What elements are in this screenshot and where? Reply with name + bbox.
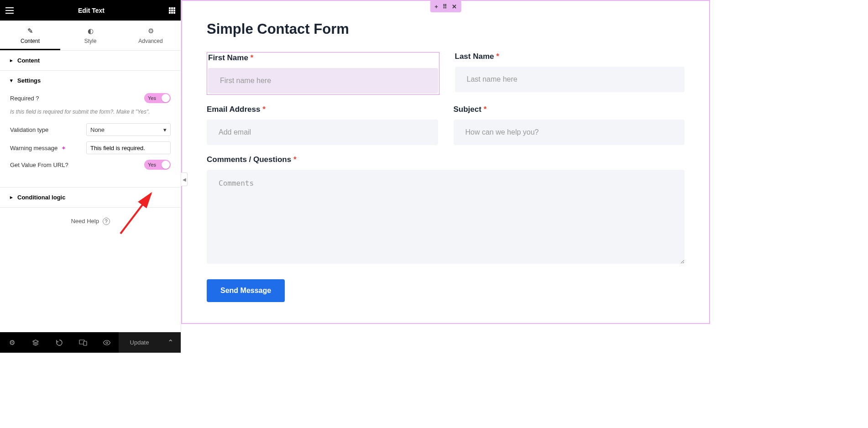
settings-icon[interactable]: ⚙ [0,332,24,353]
first-name-input[interactable] [208,68,438,94]
section-header-content[interactable]: ▸ Content [0,51,181,70]
chevron-up-icon[interactable]: ⌃ [160,332,181,353]
caret-right-icon: ▸ [10,194,13,200]
subject-label: Subject * [454,105,685,114]
sidebar-footer: ⚙ Update ⌃ [0,332,181,353]
setting-warning: Warning message ✦ [10,141,171,154]
tab-content[interactable]: ✎ Content [0,21,60,50]
tab-advanced[interactable]: ⚙ Advanced [120,21,181,50]
close-icon[interactable]: ✕ [452,3,457,10]
need-help-link[interactable]: Need Help ? [0,208,181,235]
section-content: ▸ Content [0,51,181,71]
comments-textarea[interactable] [207,170,685,264]
apps-grid-icon[interactable] [169,7,175,14]
last-name-input[interactable] [455,67,685,92]
sidebar-title: Edit Text [14,7,169,14]
section-settings: ▾ Settings Required ? Yes Is this field … [0,71,181,188]
section-header-conditional[interactable]: ▸ Conditional logic [0,188,181,207]
section-conditional: ▸ Conditional logic [0,188,181,208]
field-last-name[interactable]: Last Name * [455,52,685,95]
setting-required: Required ? Yes [10,93,171,103]
section-content-settings: Required ? Yes Is this field is required… [0,90,181,187]
add-icon[interactable]: + [434,3,438,10]
svg-point-2 [106,342,108,344]
url-toggle[interactable]: Yes [144,160,171,170]
form-row: Email Address * Subject * [207,105,685,145]
required-label: Required ? [10,95,144,102]
tab-label: Style [84,38,97,44]
setting-url-value: Get Value From URL? Yes [10,160,171,170]
editor-sidebar: Edit Text ✎ Content ◐ Style ⚙ Advanced ▸… [0,0,181,353]
setting-validation: Validation type None ▾ [10,123,171,136]
field-first-name[interactable]: First Name * [207,52,439,95]
history-icon[interactable] [47,332,71,353]
section-header-settings[interactable]: ▾ Settings [0,71,181,90]
validation-label: Validation type [10,126,86,133]
tab-label: Advanced [138,38,162,44]
form-row: First Name * Last Name * [207,52,685,95]
panel-body: ▸ Content ▾ Settings Required ? Yes [0,51,181,332]
tab-label: Content [21,38,40,44]
sparkle-icon: ✦ [61,145,66,151]
sidebar-header: Edit Text [0,0,181,21]
caret-right-icon: ▸ [10,57,13,63]
chevron-down-icon: ▾ [163,126,167,133]
submit-button[interactable]: Send Message [207,279,285,302]
collapse-sidebar-handle[interactable]: ◀ [181,172,188,186]
drag-icon[interactable]: ⠿ [443,3,447,10]
subject-input[interactable] [454,120,685,145]
layers-icon[interactable] [24,332,47,353]
editor-canvas: + ⠿ ✕ Simple Contact Form First Name * L… [181,0,710,353]
form-row: Comments / Questions * [207,155,685,266]
gear-icon: ⚙ [148,27,154,35]
toggle-knob [162,161,170,169]
first-name-label: First Name * [208,53,438,63]
required-hint: Is this field is required for submit the… [10,109,171,115]
contrast-icon: ◐ [88,27,94,35]
field-subject[interactable]: Subject * [454,105,685,145]
section-label: Content [17,57,40,64]
form-title: Simple Contact Form [207,21,685,37]
comments-label: Comments / Questions * [207,155,685,164]
section-label: Settings [17,77,41,84]
section-label: Conditional logic [17,194,65,201]
form-widget[interactable]: + ⠿ ✕ Simple Contact Form First Name * L… [181,0,710,324]
validation-select[interactable]: None ▾ [86,123,171,136]
email-input[interactable] [207,120,438,145]
last-name-label: Last Name * [455,52,685,61]
preview-icon[interactable] [95,332,119,353]
field-email[interactable]: Email Address * [207,105,438,145]
field-comments[interactable]: Comments / Questions * [207,155,685,266]
tab-style[interactable]: ◐ Style [60,21,120,50]
warning-input[interactable] [86,141,171,154]
help-icon: ? [103,218,110,225]
widget-handle: + ⠿ ✕ [430,0,461,12]
warning-label: Warning message ✦ [10,145,86,151]
select-value: None [90,126,105,133]
sidebar-tabs: ✎ Content ◐ Style ⚙ Advanced [0,21,181,51]
toggle-label: Yes [148,95,156,101]
menu-icon[interactable] [5,7,14,14]
toggle-label: Yes [148,162,156,167]
email-label: Email Address * [207,105,438,114]
responsive-icon[interactable] [71,332,95,353]
update-button[interactable]: Update [119,332,160,353]
toggle-knob [162,94,170,102]
svg-rect-1 [84,341,87,345]
caret-down-icon: ▾ [10,78,13,84]
required-toggle[interactable]: Yes [144,93,171,103]
url-label: Get Value From URL? [10,162,144,168]
pencil-icon: ✎ [27,27,33,35]
form-container: Simple Contact Form First Name * Last Na… [182,1,709,322]
